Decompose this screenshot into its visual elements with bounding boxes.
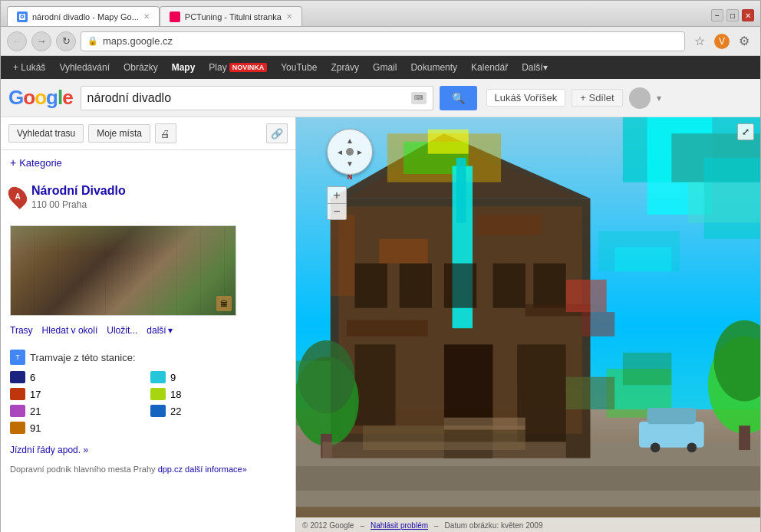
forward-button[interactable]: → (31, 31, 51, 51)
refresh-button[interactable]: ↻ (56, 31, 76, 51)
svg-rect-29 (347, 320, 428, 337)
google-navbar: + Lukáš Vyhledávání Obrázky Mapy Play NO… (1, 56, 760, 79)
nav-middle-row: ◄ ► (334, 146, 366, 158)
tram-number-6[interactable]: 6 (30, 372, 35, 383)
map-scene-svg (296, 117, 760, 532)
tram-number-21[interactable]: 21 (30, 406, 41, 417)
zoom-in-button[interactable]: + (327, 186, 347, 203)
tram-icon: T (10, 350, 25, 365)
ulozit-link[interactable]: Uložit... (107, 325, 137, 336)
gnav-obrazky[interactable]: Obrázky (117, 56, 164, 79)
avatar-dropdown[interactable]: ▾ (657, 93, 661, 103)
vyhledat-trasu-button[interactable]: Vyhledat trasu (8, 124, 84, 143)
left-panel: Vyhledat trasu Moje místa 🖨 🔗 + Kategori… (1, 117, 296, 532)
address-text: maps.google.cz (103, 35, 678, 47)
nav-left-button[interactable]: ◄ (334, 146, 346, 158)
print-button[interactable]: 🖨 (155, 123, 176, 143)
tram-header: T Tramvaje z této stanice: (10, 350, 286, 365)
compass-label: N (348, 173, 353, 181)
report-problem-link[interactable]: Nahlásit problém (371, 521, 428, 530)
share-button[interactable]: + Sdílet (572, 89, 622, 107)
nav-icons: ☆ V ⚙ (690, 31, 754, 51)
map-area[interactable]: ▲ ◄ ► ▼ N + (296, 117, 760, 532)
tram-color-18 (150, 388, 166, 400)
nav-right-button[interactable]: ► (354, 146, 366, 158)
tram-color-6 (10, 371, 25, 383)
building-scene (296, 117, 760, 532)
jizd-rady-link[interactable]: Jízdní řády apod. » (1, 440, 295, 460)
tram-number-18[interactable]: 18 (170, 389, 181, 400)
svg-rect-27 (379, 239, 428, 264)
map-navigation-control[interactable]: ▲ ◄ ► ▼ N (327, 129, 373, 175)
gnav-mapy[interactable]: Mapy (166, 56, 202, 79)
tram-number-22[interactable]: 22 (170, 406, 181, 417)
dalsi-link[interactable]: další ▾ (147, 325, 172, 336)
search-input[interactable]: národní divadlo (87, 91, 411, 105)
maps-tab-label: národní divadlo - Mapy Go... (32, 12, 139, 21)
kategorie-link[interactable]: + Kategorie (10, 156, 286, 169)
maps-tab-close[interactable]: ✕ (143, 12, 150, 21)
location-address: 110 00 Praha (31, 199, 126, 210)
moje-mista-button[interactable]: Moje místa (88, 124, 150, 143)
trasy-link[interactable]: Trasy (10, 325, 33, 336)
location-name[interactable]: Národní Divadlo (31, 184, 126, 198)
dpp-link[interactable]: dpp.cz (158, 465, 183, 474)
bookmark-button[interactable]: ☆ (690, 31, 710, 51)
marker-letter: A (15, 192, 20, 201)
tram-number-9[interactable]: 9 (170, 372, 176, 383)
map-date: Datum obrázku: květen 2009 (445, 521, 543, 530)
pctuning-tab[interactable]: PCTuning - Titulni stranka ✕ (160, 6, 302, 26)
close-button[interactable]: ✕ (742, 9, 754, 21)
link-button[interactable]: 🔗 (266, 123, 288, 143)
tram-number-91[interactable]: 91 (30, 422, 41, 434)
tram-color-17 (10, 388, 25, 400)
gnav-vyhledavani[interactable]: Vyhledávání (53, 56, 116, 79)
gnav-dokumenty[interactable]: Dokumenty (404, 56, 463, 79)
svg-rect-20 (400, 264, 432, 308)
back-button[interactable]: ← (7, 31, 27, 51)
nav-up-button[interactable]: ▲ (344, 135, 356, 146)
zoom-out-button[interactable]: − (327, 203, 347, 220)
tram-number-17[interactable]: 17 (30, 389, 41, 400)
nav-arrows: ▲ ◄ ► ▼ (334, 135, 366, 169)
address-bar[interactable]: 🔒 maps.google.cz (81, 31, 685, 51)
settings-button[interactable]: ⚙ (734, 31, 754, 51)
nav-down-button[interactable]: ▼ (344, 158, 356, 169)
dalsi-info-link[interactable]: další informace» (185, 465, 247, 474)
gnav-kalendar[interactable]: Kalendář (465, 56, 514, 79)
minimize-button[interactable]: − (711, 9, 723, 21)
tram-item-22: 22 (150, 405, 286, 417)
tram-color-21 (10, 405, 25, 417)
svg-rect-24 (354, 344, 395, 425)
title-bar: národní divadlo - Mapy Go... ✕ PCTuning … (1, 1, 760, 27)
street-view-image[interactable]: 🏛 (10, 225, 236, 316)
gnav-zpravy[interactable]: Zprávy (324, 56, 365, 79)
search-button[interactable]: 🔍 (440, 86, 477, 110)
action-links: Trasy Hledat v okolí Uložit... další ▾ (1, 322, 295, 343)
fullscreen-button[interactable]: ⤢ (737, 123, 754, 140)
gnav-gmail[interactable]: Gmail (367, 56, 403, 79)
tram-header-text: Tramvaje z této stanice: (30, 352, 136, 363)
keyboard-icon[interactable]: ⌨ (411, 92, 427, 104)
svg-rect-31 (566, 280, 607, 312)
maps-tab-favicon (17, 11, 28, 22)
location-marker: A Národní Divadlo 110 00 Praha (10, 184, 286, 210)
avast-button[interactable]: V (714, 34, 730, 49)
tram-color-9 (150, 371, 166, 383)
google-logo: Google (8, 86, 73, 110)
svg-rect-51 (331, 215, 355, 296)
gnav-play[interactable]: Play NOVINKA (203, 56, 273, 79)
gnav-youtube[interactable]: YouTube (275, 56, 323, 79)
search-bar: Google národní divadlo ⌨ 🔍 Lukáš Voříšek… (1, 79, 760, 117)
gnav-user[interactable]: + Lukáš (7, 56, 51, 79)
pctuning-tab-close[interactable]: ✕ (286, 12, 292, 21)
gnav-dalsi[interactable]: Další▾ (516, 56, 553, 79)
chrome-window: národní divadlo - Mapy Go... ✕ PCTuning … (0, 0, 761, 532)
tram-item-21: 21 (10, 405, 146, 417)
maximize-button[interactable]: □ (726, 9, 739, 21)
pctuning-tab-label: PCTuning - Titulni stranka (185, 12, 282, 21)
maps-tab[interactable]: národní divadlo - Mapy Go... ✕ (7, 6, 160, 26)
svg-rect-21 (444, 264, 476, 308)
tram-item-6: 6 (10, 371, 146, 383)
hledat-okoli-link[interactable]: Hledat v okolí (42, 325, 98, 336)
